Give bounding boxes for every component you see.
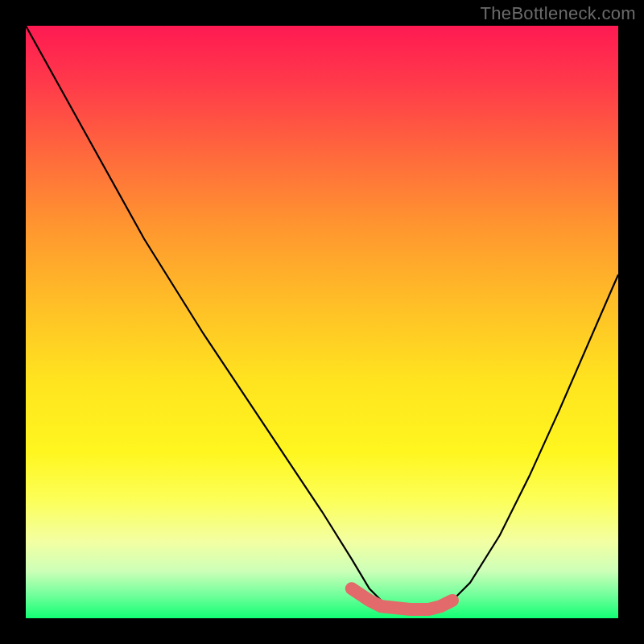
watermark-text: TheBottleneck.com <box>481 3 636 24</box>
plot-area <box>26 26 618 618</box>
highlight-band-path <box>352 588 452 609</box>
bottleneck-curve-right <box>411 275 618 609</box>
bottleneck-curve-left <box>26 26 411 609</box>
bottleneck-curve-svg <box>26 26 618 618</box>
chart-frame: TheBottleneck.com <box>0 0 644 644</box>
